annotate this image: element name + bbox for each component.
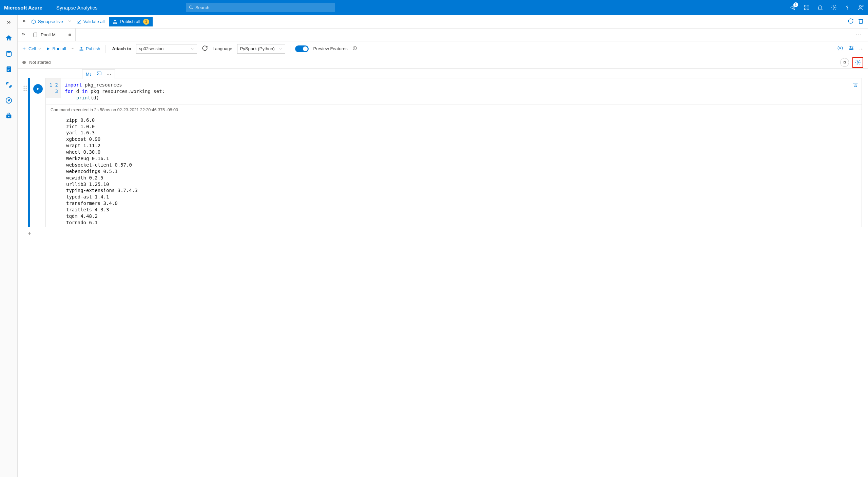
svg-rect-13 bbox=[7, 70, 9, 71]
megaphone-badge: 1 bbox=[793, 2, 798, 7]
publish-button[interactable]: Publish bbox=[79, 46, 100, 51]
stop-session-button[interactable] bbox=[840, 58, 849, 67]
attach-to-select[interactable]: sp02session bbox=[136, 44, 197, 54]
more-icon[interactable]: ··· bbox=[859, 46, 864, 51]
nav-monitor-icon[interactable] bbox=[5, 96, 13, 104]
svg-rect-38 bbox=[844, 61, 846, 63]
status-text: Not started bbox=[29, 60, 51, 65]
checkmark-icon bbox=[77, 19, 81, 24]
tab-overflow-icon[interactable]: ··· bbox=[853, 31, 865, 38]
svg-point-36 bbox=[852, 48, 853, 49]
run-all-chevron-icon[interactable] bbox=[71, 46, 74, 51]
notebook-status-bar: Not started bbox=[18, 56, 868, 69]
svg-point-35 bbox=[850, 46, 851, 47]
notebook-icon bbox=[33, 32, 38, 38]
svg-point-31 bbox=[354, 47, 355, 47]
svg-point-7 bbox=[847, 9, 847, 9]
chevron-down-icon bbox=[38, 47, 41, 51]
tab-poollm[interactable]: PoolLM bbox=[28, 28, 76, 41]
expand-panel-icon[interactable] bbox=[22, 19, 26, 24]
topbar-divider bbox=[52, 4, 52, 11]
search-input[interactable] bbox=[195, 5, 332, 10]
svg-rect-28 bbox=[80, 50, 83, 50]
line-number-gutter: 1 2 3 bbox=[46, 78, 61, 98]
brand-label: Microsoft Azure bbox=[4, 5, 42, 11]
directories-icon[interactable] bbox=[804, 4, 810, 11]
settings-icon[interactable] bbox=[831, 4, 837, 11]
synapse-live-button[interactable]: Synapse live bbox=[31, 19, 63, 24]
validate-all-label: Validate all bbox=[83, 19, 105, 24]
play-icon bbox=[46, 47, 50, 51]
svg-rect-5 bbox=[807, 8, 809, 10]
toolbar-separator bbox=[290, 45, 290, 53]
svg-point-37 bbox=[850, 49, 851, 50]
publish-label: Publish bbox=[86, 46, 100, 51]
session-settings-button[interactable] bbox=[852, 57, 863, 68]
publish-all-label: Publish all bbox=[120, 19, 140, 24]
code-text: pkg_resources.working_set: bbox=[91, 89, 165, 94]
main-area: Synapse live Validate all Publish all 1 bbox=[18, 15, 868, 477]
notifications-icon[interactable] bbox=[817, 4, 823, 11]
collapse-output-icon[interactable] bbox=[96, 71, 102, 77]
svg-rect-12 bbox=[7, 69, 10, 69]
svg-point-43 bbox=[24, 88, 25, 89]
help-icon[interactable] bbox=[844, 4, 850, 11]
configure-icon[interactable] bbox=[848, 45, 854, 52]
svg-rect-3 bbox=[807, 5, 809, 7]
feedback-icon[interactable] bbox=[858, 4, 864, 11]
convert-markdown-button[interactable]: M↓ bbox=[86, 72, 92, 77]
hexagon-icon bbox=[31, 19, 36, 24]
publish-all-button[interactable]: Publish all 1 bbox=[109, 17, 152, 26]
cell-drag-handle[interactable] bbox=[22, 78, 28, 227]
svg-point-46 bbox=[26, 90, 27, 91]
notebook-cell: 1 2 3 import pkg_resources for d in pkg_… bbox=[22, 78, 862, 227]
add-cell-below-button[interactable]: + bbox=[26, 230, 33, 237]
code-text bbox=[65, 95, 76, 100]
variables-icon[interactable] bbox=[837, 45, 844, 52]
refresh-icon[interactable] bbox=[848, 18, 854, 25]
app-body: Synapse live Validate all Publish all 1 bbox=[0, 15, 868, 477]
language-select[interactable]: PySpark (Python) bbox=[237, 44, 285, 54]
code-kw: for bbox=[65, 89, 76, 94]
nav-develop-icon[interactable] bbox=[5, 65, 13, 73]
cell-label: Cell bbox=[28, 46, 36, 51]
svg-point-41 bbox=[24, 86, 25, 87]
notebook-toolbar: Cell Run all Publish Attach to sp02sessi… bbox=[18, 41, 868, 56]
delete-cell-button[interactable] bbox=[853, 82, 858, 88]
tab-expand-icon[interactable] bbox=[21, 32, 26, 38]
run-cell-button[interactable] bbox=[33, 84, 43, 94]
code-kw: import bbox=[65, 82, 85, 88]
nav-home-icon[interactable] bbox=[5, 34, 13, 42]
discard-icon[interactable] bbox=[858, 18, 864, 25]
nav-integrate-icon[interactable] bbox=[5, 81, 13, 89]
global-search[interactable] bbox=[186, 3, 335, 12]
svg-rect-20 bbox=[114, 22, 117, 23]
code-text: pkg_resources bbox=[85, 82, 122, 88]
svg-rect-11 bbox=[7, 68, 10, 68]
svg-point-39 bbox=[857, 61, 859, 63]
svg-point-15 bbox=[8, 100, 9, 101]
language-value: PySpark (Python) bbox=[240, 46, 275, 51]
cell-more-icon[interactable]: ··· bbox=[107, 72, 111, 77]
add-cell-button[interactable]: Cell bbox=[22, 46, 41, 51]
preview-features-toggle[interactable] bbox=[295, 45, 309, 52]
synapse-live-chevron-icon[interactable] bbox=[68, 19, 72, 24]
execution-meta: Command executed in 2s 58ms on 02-23-202… bbox=[46, 104, 862, 115]
cell-body: 1 2 3 import pkg_resources for d in pkg_… bbox=[45, 78, 862, 227]
plus-icon bbox=[22, 46, 26, 51]
session-restart-icon[interactable] bbox=[202, 45, 208, 52]
nav-expand-icon[interactable] bbox=[5, 18, 13, 26]
run-all-button[interactable]: Run all bbox=[46, 46, 66, 51]
code-kw: in bbox=[82, 89, 91, 94]
megaphone-icon[interactable]: 1 bbox=[790, 4, 796, 11]
gear-icon bbox=[855, 59, 861, 65]
azure-topbar: Microsoft Azure Synapse Analytics 1 bbox=[0, 0, 868, 15]
validate-all-button[interactable]: Validate all bbox=[77, 19, 105, 24]
svg-point-6 bbox=[833, 7, 835, 8]
nav-manage-icon[interactable] bbox=[5, 112, 13, 120]
svg-rect-2 bbox=[804, 5, 806, 7]
play-icon bbox=[36, 87, 40, 91]
code-editor[interactable]: import pkg_resources for d in pkg_resour… bbox=[61, 78, 862, 104]
nav-data-icon[interactable] bbox=[5, 50, 13, 58]
info-icon[interactable] bbox=[352, 46, 357, 52]
